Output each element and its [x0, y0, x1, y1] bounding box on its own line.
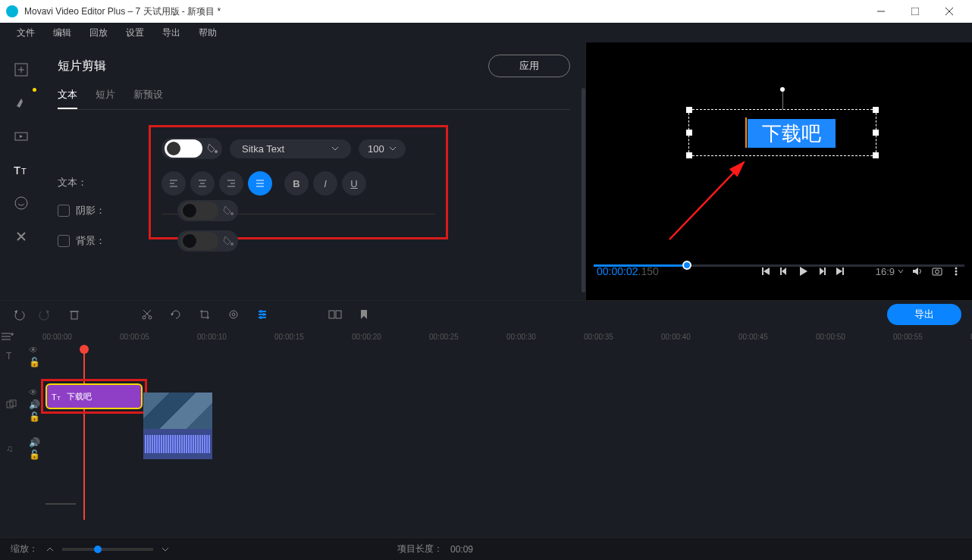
- svg-point-25: [230, 212, 234, 215]
- timeline-hscroll[interactable]: [45, 503, 76, 505]
- menu-export[interactable]: 导出: [153, 23, 190, 42]
- svg-marker-8: [20, 135, 23, 138]
- project-duration-label: 项目长度：: [397, 543, 443, 555]
- sidebar-transitions-icon[interactable]: [8, 123, 35, 150]
- video-clip[interactable]: [143, 393, 212, 461]
- svg-line-50: [145, 310, 151, 316]
- sidebar-stickers-icon[interactable]: [8, 189, 35, 217]
- panel-title: 短片剪辑: [58, 58, 106, 74]
- align-center-icon[interactable]: [190, 171, 215, 196]
- title-track-visible-icon[interactable]: 👁: [29, 345, 52, 355]
- sidebar-filters-icon[interactable]: [8, 89, 35, 117]
- svg-point-11: [15, 197, 27, 209]
- cut-icon[interactable]: [140, 308, 155, 321]
- apply-button[interactable]: 应用: [488, 55, 570, 77]
- menu-help[interactable]: 帮助: [190, 23, 226, 42]
- shadow-row: 阴影：: [58, 204, 141, 217]
- preview-canvas[interactable]: 下载吧: [586, 42, 972, 261]
- align-left-icon[interactable]: [161, 171, 186, 196]
- align-right-icon[interactable]: [219, 171, 243, 196]
- timeline[interactable]: T 👁 🔓 👁 🔊 🔓 ♫ 🔊 🔓 TT 下载吧: [0, 346, 972, 508]
- audio-track-lock-icon[interactable]: 🔓: [29, 449, 52, 460]
- svg-point-42: [955, 271, 958, 273]
- font-size-value: 100: [368, 143, 384, 155]
- preview-slider-thumb[interactable]: [682, 261, 691, 270]
- italic-icon[interactable]: I: [313, 171, 337, 196]
- tab-clip[interactable]: 短片: [96, 88, 115, 109]
- title-track-type-icon: T: [6, 351, 29, 361]
- shadow-checkbox[interactable]: [58, 205, 70, 217]
- resize-handle-e[interactable]: [873, 130, 879, 136]
- chevron-down-icon: [389, 145, 397, 152]
- bold-icon[interactable]: B: [284, 171, 309, 196]
- svg-line-28: [669, 162, 744, 239]
- marker-icon[interactable]: [356, 308, 372, 321]
- text-color-toggle[interactable]: [165, 139, 202, 158]
- menu-settings[interactable]: 设置: [117, 23, 153, 42]
- background-checkbox[interactable]: [58, 235, 70, 247]
- tab-new-preset[interactable]: 新预设: [133, 88, 163, 109]
- text-cursor: [745, 117, 747, 148]
- transition-wizard-icon[interactable]: [328, 308, 343, 321]
- maximize-button[interactable]: [898, 0, 932, 23]
- crop-icon[interactable]: [197, 308, 212, 321]
- menu-file[interactable]: 文件: [8, 23, 44, 42]
- sidebar-add-media-icon[interactable]: [8, 56, 35, 83]
- app-icon: [6, 5, 18, 17]
- text-overlay-box[interactable]: 下载吧: [688, 109, 876, 156]
- window-title: Movavi Video Editor Plus – 7 天试用版 - 新项目 …: [24, 5, 221, 18]
- title-clip-label: 下载吧: [67, 391, 92, 402]
- font-name: Sitka Text: [242, 143, 284, 155]
- undo-icon[interactable]: [11, 308, 27, 321]
- align-justify-icon[interactable]: [248, 171, 272, 196]
- delete-icon[interactable]: [67, 308, 82, 321]
- underline-icon[interactable]: U: [342, 171, 366, 196]
- tab-text[interactable]: 文本: [58, 88, 77, 109]
- audio-track-mute-icon[interactable]: 🔊: [29, 437, 52, 448]
- font-size-select[interactable]: 100: [359, 139, 406, 158]
- zoom-out-icon[interactable]: [45, 545, 55, 554]
- redo-icon[interactable]: [37, 308, 52, 321]
- properties-panel: 短片剪辑 应用 文本 短片 新预设 文本： Sitka Text: [42, 42, 585, 300]
- resize-handle-se[interactable]: [873, 152, 879, 158]
- panel-tabs: 文本 短片 新预设: [58, 88, 570, 110]
- playhead[interactable]: [83, 346, 85, 520]
- preview-slider[interactable]: [586, 261, 972, 270]
- preview-area: 下载吧 00:00:02.150 16:9: [585, 42, 972, 300]
- menu-playback[interactable]: 回放: [80, 23, 117, 42]
- resize-handle-nw[interactable]: [686, 107, 692, 113]
- resize-handle-ne[interactable]: [873, 107, 879, 113]
- svg-text:T: T: [21, 167, 27, 176]
- color-bucket-icon[interactable]: [205, 142, 219, 155]
- overlay-text[interactable]: 下载吧: [748, 119, 836, 148]
- minimize-button[interactable]: [864, 0, 898, 23]
- menu-edit[interactable]: 编辑: [44, 23, 80, 42]
- background-row: 背景：: [58, 234, 141, 248]
- title-clip[interactable]: TT 下载吧: [45, 383, 143, 409]
- background-bucket-icon[interactable]: [221, 234, 235, 248]
- timeline-ruler[interactable]: 00:00:00 00:00:05 00:00:10 00:00:15 00:0…: [14, 327, 972, 346]
- shadow-bucket-icon[interactable]: [221, 204, 235, 217]
- video-clip-thumbnail: [143, 393, 212, 429]
- rotate-icon[interactable]: [168, 308, 183, 321]
- close-button[interactable]: [932, 0, 966, 23]
- svg-point-60: [259, 316, 262, 319]
- font-select[interactable]: Sitka Text: [230, 139, 351, 158]
- zoom-slider[interactable]: [62, 548, 153, 551]
- resize-handle-w[interactable]: [686, 130, 692, 136]
- shadow-toggle[interactable]: [180, 202, 218, 220]
- title-track-lock-icon[interactable]: 🔓: [29, 357, 52, 368]
- svg-rect-46: [71, 311, 77, 319]
- svg-line-51: [143, 310, 149, 316]
- export-button[interactable]: 导出: [887, 304, 961, 325]
- add-track-icon[interactable]: [0, 327, 14, 346]
- title-track-header: T 👁 🔓: [0, 346, 972, 367]
- background-toggle[interactable]: [180, 232, 218, 250]
- zoom-in-icon[interactable]: [161, 545, 170, 554]
- sidebar-more-tools-icon[interactable]: [8, 223, 35, 250]
- color-adjust-icon[interactable]: [226, 308, 241, 321]
- svg-point-12: [215, 150, 218, 153]
- sidebar-titles-icon[interactable]: TT: [8, 156, 35, 183]
- zoom-label: 缩放：: [11, 543, 38, 555]
- clip-properties-icon[interactable]: [255, 308, 270, 321]
